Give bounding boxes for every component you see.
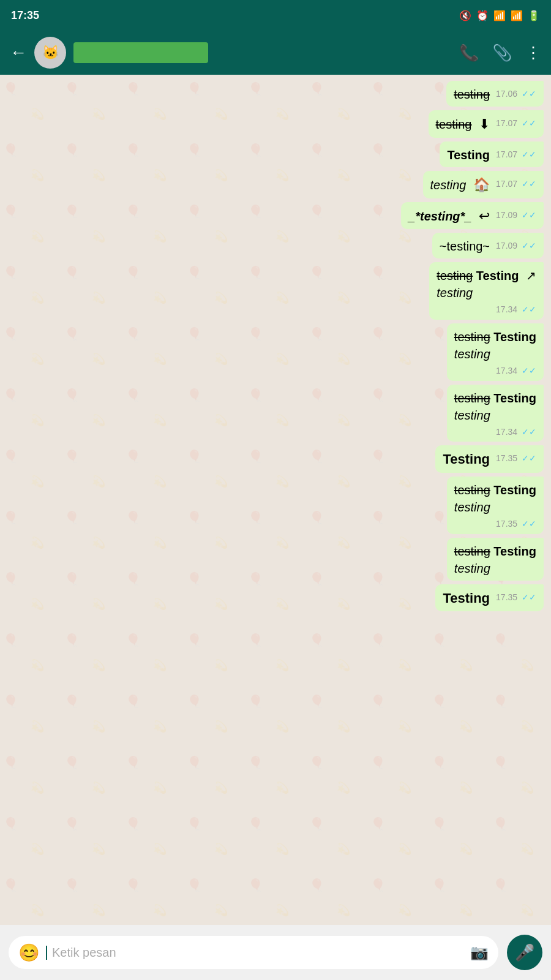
status-bar: 17:35 🔇 ⏰ 📶 📶 🔋 xyxy=(0,0,551,31)
msg-text: Testing xyxy=(443,590,490,606)
msg-line2: testing xyxy=(454,560,536,577)
bubble-12: testing Testing testing xyxy=(447,538,544,581)
emoji-icon[interactable]: 😊 xyxy=(18,943,40,963)
message-row: testing Testing testing 17.35 ✓✓ xyxy=(7,477,544,534)
msg-text-italic: testing xyxy=(454,347,490,361)
bubble-9: testing Testing testing 17.34 ✓✓ xyxy=(447,385,544,442)
msg-text-italic: testing xyxy=(437,286,473,300)
msg-line2: testing xyxy=(437,284,536,301)
msg-line2: testing xyxy=(454,499,536,516)
message-row: testing ⬇ 17.07 ✓✓ xyxy=(7,110,544,138)
msg-time: 17.07 ✓✓ xyxy=(496,178,536,190)
mic-button[interactable]: 🎤 xyxy=(507,935,542,970)
checkmarks: ✓✓ xyxy=(522,241,536,251)
msg-text: testing xyxy=(430,178,467,192)
chat-header: ← 🐱 📞 📎 ⋮ xyxy=(0,31,551,75)
checkmarks: ✓✓ xyxy=(522,519,536,529)
bubble-4: testing 🏠 17.07 ✓✓ xyxy=(423,171,544,198)
msg-time: 17.09 ✓✓ xyxy=(496,209,536,222)
home-icon: 🏠 xyxy=(473,177,490,192)
contact-name-bar[interactable] xyxy=(73,42,208,63)
bubble-13: Testing 17.35 ✓✓ xyxy=(435,584,544,612)
back-button[interactable]: ← xyxy=(10,43,27,62)
msg-text: Testing xyxy=(447,148,490,162)
bubble-8: testing Testing testing 17.34 ✓✓ xyxy=(447,323,544,381)
message-input-placeholder[interactable]: Ketik pesan xyxy=(46,946,464,960)
message-row: Testing 17.07 ✓✓ xyxy=(7,141,544,167)
bubble-3: Testing 17.07 ✓✓ xyxy=(440,141,544,167)
msg-text-strike: testing xyxy=(454,391,490,405)
checkmarks: ✓✓ xyxy=(522,453,536,463)
msg-text-bold: Testing xyxy=(493,330,536,344)
reply-icon: ↩ xyxy=(479,208,490,224)
message-row: _*testing*_ ↩ 17.09 ✓✓ xyxy=(7,202,544,230)
checkmarks: ✓✓ xyxy=(522,210,536,220)
msg-time: 17.34 ✓✓ xyxy=(496,304,536,316)
msg-time: 17.06 ✓✓ xyxy=(496,88,536,100)
message-row: testing 🏠 17.07 ✓✓ xyxy=(7,171,544,198)
msg-text: ~testing~ xyxy=(440,239,490,253)
alarm-icon: ⏰ xyxy=(476,10,489,21)
call-icon[interactable]: 📞 xyxy=(459,43,479,62)
bubble-11: testing Testing testing 17.35 ✓✓ xyxy=(447,477,544,534)
checkmarks: ✓✓ xyxy=(522,304,536,314)
msg-time: 17.35 ✓✓ xyxy=(496,453,536,465)
msg-line1: testing Testing xyxy=(454,390,536,407)
msg-text: _*testing*_ xyxy=(408,209,471,223)
msg-text-italic: testing xyxy=(454,562,490,575)
attach-icon[interactable]: 📎 xyxy=(492,43,512,62)
avatar[interactable]: 🐱 xyxy=(34,37,66,69)
battery-icon: 🔋 xyxy=(528,10,540,21)
message-row: testing Testing testing 17.34 ✓✓ xyxy=(7,323,544,381)
msg-text: testing xyxy=(454,88,490,101)
bubble-10: Testing 17.35 ✓✓ xyxy=(435,445,544,473)
message-row: testing 17.06 ✓✓ xyxy=(7,81,544,107)
msg-text: Testing xyxy=(443,451,490,467)
msg-text-bold: Testing xyxy=(493,391,536,405)
mic-icon: 🎤 xyxy=(515,943,534,962)
bubble-1: testing 17.06 ✓✓ xyxy=(446,81,544,107)
checkmarks: ✓✓ xyxy=(522,149,536,159)
download-icon: ⬇ xyxy=(479,116,490,132)
msg-text-strike: testing xyxy=(454,545,490,558)
checkmarks: ✓✓ xyxy=(522,179,536,189)
message-row: testing Testing testing 17.34 ✓✓ xyxy=(7,385,544,442)
status-icons: 🔇 ⏰ 📶 📶 🔋 xyxy=(459,10,540,21)
msg-line1: testing Testing xyxy=(454,328,536,345)
bubble-7: testing Testing ↗ testing 17.34 ✓✓ xyxy=(429,262,544,320)
share-icon: ↗ xyxy=(526,269,536,282)
msg-text-bold: Testing xyxy=(476,269,519,282)
mute-icon: 🔇 xyxy=(459,10,471,21)
bubble-5: _*testing*_ ↩ 17.09 ✓✓ xyxy=(401,202,544,230)
msg-line1: testing Testing ↗ xyxy=(437,267,536,284)
menu-icon[interactable]: ⋮ xyxy=(525,43,541,62)
checkmarks: ✓✓ xyxy=(522,366,536,375)
wifi-icon: 📶 xyxy=(493,10,506,21)
msg-text-strike: testing xyxy=(437,269,473,282)
message-input-area[interactable]: 😊 Ketik pesan 📷 xyxy=(9,936,498,969)
checkmarks: ✓✓ xyxy=(522,592,536,602)
signal-icon: 📶 xyxy=(511,10,523,21)
msg-time: 17.35 ✓✓ xyxy=(496,592,536,604)
msg-text-italic: testing xyxy=(454,500,490,514)
chat-background: testing 17.06 ✓✓ testing ⬇ 17.07 ✓✓ Test… xyxy=(0,75,551,925)
msg-text-bold: Testing xyxy=(493,545,536,558)
msg-line2: testing xyxy=(454,407,536,424)
bottom-bar: 😊 Ketik pesan 📷 🎤 xyxy=(0,925,551,980)
msg-line2: testing xyxy=(454,345,536,363)
message-row: Testing 17.35 ✓✓ xyxy=(7,445,544,473)
msg-text-italic: testing xyxy=(454,409,490,422)
message-row: testing Testing ↗ testing 17.34 ✓✓ xyxy=(7,262,544,320)
checkmarks: ✓✓ xyxy=(522,427,536,437)
bubble-2: testing ⬇ 17.07 ✓✓ xyxy=(429,110,544,138)
msg-time: 17.35 ✓✓ xyxy=(496,518,536,530)
msg-line1: testing Testing xyxy=(454,543,536,560)
camera-icon[interactable]: 📷 xyxy=(470,944,489,961)
message-row: ~testing~ 17.09 ✓✓ xyxy=(7,233,544,258)
msg-time: 17.07 ✓✓ xyxy=(496,149,536,161)
checkmarks: ✓✓ xyxy=(522,89,536,99)
msg-text-strike: testing xyxy=(454,483,490,497)
msg-time: 17.34 ✓✓ xyxy=(496,365,536,377)
msg-text-strike: testing xyxy=(454,330,490,344)
msg-time: 17.09 ✓✓ xyxy=(496,240,536,252)
